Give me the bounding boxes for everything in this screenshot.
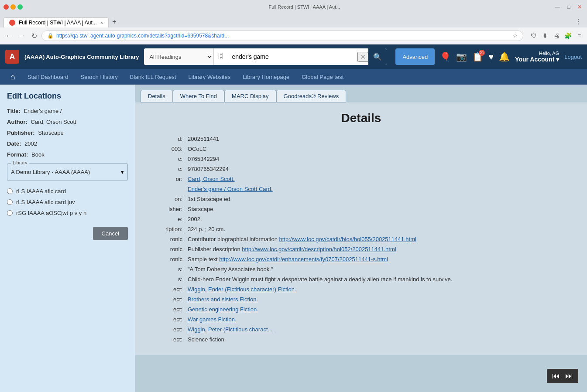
detail-row-19: ect: Wiggin, Peter (Fictitious charact..…	[144, 326, 578, 333]
detail-key-18: ect:	[144, 316, 188, 323]
radio-item-2[interactable]: rLS IAAAA afic card juv	[7, 199, 128, 205]
bookmark-icon[interactable]: ☆	[513, 33, 518, 39]
camera-icon[interactable]: 📷	[456, 51, 467, 62]
heart-icon[interactable]: ♥	[488, 52, 494, 62]
search-type-select[interactable]: All Headings	[144, 48, 214, 65]
library-group-label: Library	[11, 160, 29, 165]
date-label: Date:	[7, 140, 21, 147]
select-chevron-icon: ▾	[121, 169, 124, 175]
details-heading: Details	[144, 111, 578, 125]
search-input[interactable]	[232, 53, 354, 60]
tab-close-btn[interactable]: ×	[100, 20, 103, 25]
detail-key-17: ect:	[144, 306, 188, 313]
user-info[interactable]: Hello, AG Your Account ▾	[515, 51, 559, 63]
subject-link-5[interactable]: Wiggin, Peter (Fictitious charact...	[188, 326, 272, 333]
detail-val-10: Contributor biographical information htt…	[188, 236, 578, 242]
media-next-button[interactable]: ⏭	[565, 372, 573, 381]
browser-tab-active[interactable]: Full Record | STWI | AAAA | Aut... ×	[3, 17, 109, 27]
subject-link-1[interactable]: Wiggin, Ender (Fictitious character) Fic…	[188, 286, 296, 293]
logout-link[interactable]: Logout	[564, 54, 582, 60]
detail-val-2: 0765342294	[188, 156, 578, 162]
media-prev-button[interactable]: ⏮	[552, 372, 560, 381]
date-value: 2002	[24, 140, 37, 147]
field-date: Date: 2002	[7, 140, 128, 147]
list-badge: 21	[479, 50, 485, 56]
print-icon[interactable]: 🖨	[552, 31, 561, 40]
address-bar[interactable]: 🔒 https://qa-stwi-agent.auto-graphics.co…	[41, 31, 523, 41]
forward-button[interactable]: →	[17, 30, 27, 41]
win-restore[interactable]: □	[566, 2, 572, 12]
title-label: Title:	[7, 108, 21, 114]
tab-details[interactable]: Details	[141, 90, 173, 102]
field-title: Title: Ender's game /	[7, 108, 128, 114]
cancel-button[interactable]: Cancel	[93, 227, 128, 240]
advanced-search-button[interactable]: Advanced	[395, 48, 435, 65]
search-bar: All Headings 🗄 ✕ 🔍	[144, 48, 387, 65]
detail-key-14: s:	[144, 276, 188, 283]
tab-goodreads[interactable]: Goodreads® Reviews	[276, 90, 347, 102]
detail-key-1: 003:	[144, 146, 188, 152]
detail-key-16: ect:	[144, 296, 188, 303]
detail-val-8: 2002.	[188, 216, 578, 222]
subject-link-3[interactable]: Genetic engineering Fiction.	[188, 306, 258, 313]
radio-input-2[interactable]	[7, 199, 13, 205]
radio-item-1[interactable]: rLS IAAAA afic card	[7, 188, 128, 194]
bell-icon[interactable]: 🔔	[499, 51, 510, 62]
address-text: https://qa-stwi-agent.auto-graphics.com/…	[56, 33, 510, 39]
pub-desc-link[interactable]: http://www.loc.gov/catdir/description/ho…	[242, 246, 396, 252]
window-max-btn[interactable]	[17, 4, 23, 10]
subject-link-4[interactable]: War games Fiction.	[188, 316, 237, 323]
download-icon[interactable]: ⬇	[541, 31, 549, 40]
balloon-icon[interactable]: 🎈	[440, 51, 451, 62]
radio-item-3[interactable]: rSG IAAAA aOSCjwt p v y n	[7, 210, 128, 216]
library-select[interactable]: A Demo Library - AAAA (AAAA)	[11, 167, 121, 177]
win-close[interactable]: ✕	[576, 2, 584, 12]
nav-library-homepage[interactable]: Library Homepage	[237, 69, 295, 85]
radio-input-1[interactable]	[7, 188, 13, 194]
detail-val-13: "A Tom Doherty Associates book."	[188, 266, 578, 273]
header-right: 🎈 📷 📋 21 ♥ 🔔 Hello, AG Your Account ▾ Lo…	[440, 51, 582, 63]
new-tab-button[interactable]: +	[109, 16, 120, 27]
nav-library-websites[interactable]: Library Websites	[183, 69, 236, 85]
detail-row-20: ect: Science fiction.	[144, 336, 578, 343]
nav-blank-ill[interactable]: Blank ILL Request	[125, 69, 182, 85]
browser-menu-btn[interactable]: ⋮	[573, 16, 584, 27]
detail-row-0: d: 2002511441	[144, 136, 578, 142]
bio-link[interactable]: http://www.loc.gov/catdir/bios/hol055/20…	[279, 236, 416, 242]
search-clear-button[interactable]: ✕	[357, 52, 368, 62]
list-icon[interactable]: 📋 21	[472, 51, 483, 62]
back-button[interactable]: ←	[3, 30, 14, 41]
detail-row-8: e: 2002.	[144, 216, 578, 222]
refresh-button[interactable]: ↻	[30, 30, 39, 42]
detail-val-9: 324 p. ; 20 cm.	[188, 226, 578, 232]
detail-key-4: or:	[144, 176, 188, 182]
tab-marc-display[interactable]: MARC Display	[224, 90, 276, 102]
nav-search-history[interactable]: Search History	[76, 69, 123, 85]
detail-key-19: ect:	[144, 326, 188, 333]
subject-link-2[interactable]: Brothers and sisters Fiction.	[188, 296, 258, 303]
window-min-btn[interactable]	[10, 4, 16, 10]
browser-menu-icon[interactable]: ≡	[575, 31, 584, 40]
search-submit-button[interactable]: 🔍	[368, 48, 387, 65]
extensions-icon[interactable]: 🧩	[563, 31, 572, 40]
tab-where-to-find[interactable]: Where To Find	[173, 90, 224, 102]
win-minimize[interactable]: —	[553, 2, 562, 12]
author-link[interactable]: Card, Orson Scott.	[188, 176, 235, 182]
radio-group: rLS IAAAA afic card rLS IAAAA afic card …	[7, 188, 128, 216]
field-publisher: Publisher: Starscape	[7, 130, 128, 136]
field-format: Format: Book	[7, 151, 128, 158]
detail-val-14: Child-hero Ender Wiggin must fight a des…	[188, 276, 578, 283]
title-link[interactable]: Ender's game / Orson Scott Card.	[188, 186, 273, 192]
sample-link[interactable]: http://www.loc.gov/catdir/enhancements/f…	[219, 256, 388, 262]
nav-bar: ⌂ Staff Dashboard Search History Blank I…	[0, 69, 587, 85]
nav-home[interactable]: ⌂	[5, 69, 21, 85]
title-value: Ender's game /	[24, 108, 62, 114]
detail-key-11: ronic	[144, 246, 188, 252]
nav-staff-dashboard[interactable]: Staff Dashboard	[22, 69, 74, 85]
account-link[interactable]: Your Account ▾	[515, 56, 559, 63]
radio-input-3[interactable]	[7, 210, 13, 216]
window-close-btn[interactable]	[3, 4, 9, 10]
extension-icon[interactable]: 🛡	[529, 31, 538, 40]
detail-key-0: d:	[144, 136, 188, 142]
nav-global-page-test[interactable]: Global Page test	[296, 69, 349, 85]
